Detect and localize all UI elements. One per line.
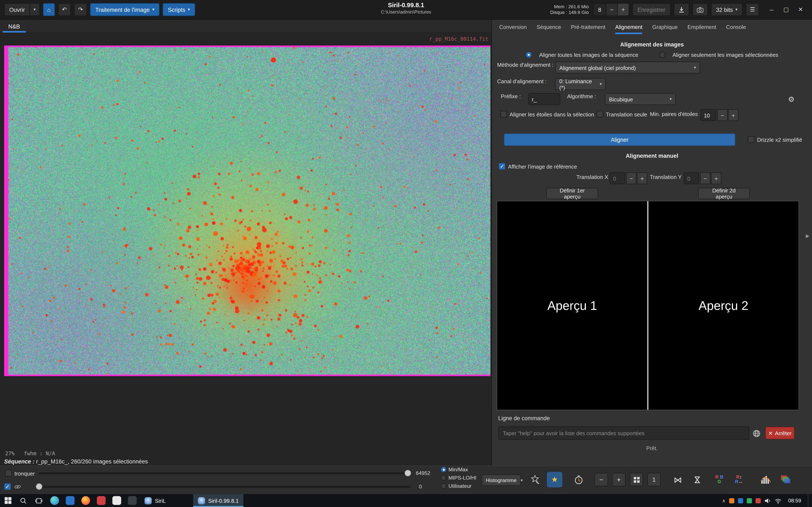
taskbar-app-edge[interactable] bbox=[47, 494, 62, 507]
save-button[interactable]: Enregistrer bbox=[632, 3, 670, 16]
translation-x-increment-button[interactable]: + bbox=[637, 172, 647, 184]
stop-button[interactable]: ✕ Arrêter bbox=[765, 427, 795, 439]
set-preview1-button[interactable]: Définir 1er aperçu bbox=[546, 188, 598, 199]
tray-red-icon[interactable] bbox=[756, 498, 761, 503]
hamburger-menu-button[interactable]: ☰ bbox=[746, 3, 759, 16]
tray-orange-icon[interactable] bbox=[729, 498, 734, 503]
thread-decrement-button[interactable]: − bbox=[606, 3, 618, 16]
radio-mips[interactable] bbox=[441, 475, 446, 481]
zoom-in-button[interactable]: + bbox=[612, 473, 626, 486]
display-mode-dropdown[interactable]: Histogramme ▾ bbox=[482, 474, 521, 486]
tab-conversion[interactable]: Conversion bbox=[499, 20, 527, 34]
taskbar-app-editor[interactable] bbox=[109, 494, 124, 507]
scripts-menu-button[interactable]: Scripts ▾ bbox=[163, 3, 195, 16]
tab-nb[interactable]: N&B bbox=[0, 20, 28, 33]
image-viewport[interactable] bbox=[4, 46, 491, 376]
rgb-align-button[interactable]: R↕R↔ bbox=[731, 472, 747, 487]
translation-x-decrement-button[interactable]: − bbox=[626, 172, 637, 184]
timer-button[interactable] bbox=[571, 472, 586, 487]
star-detection-button[interactable]: ★ bbox=[547, 472, 562, 487]
panel-expander[interactable]: ▶ bbox=[806, 233, 809, 238]
bit-depth-dropdown[interactable]: 32 bits ▾ bbox=[711, 3, 743, 16]
taskbar-app-red[interactable] bbox=[93, 494, 109, 507]
taskbar-app-siril[interactable]: SiriL bbox=[140, 494, 170, 507]
tray-blue-icon[interactable] bbox=[738, 498, 743, 503]
zoom-out-button[interactable]: − bbox=[595, 473, 608, 486]
tab-pretraitement[interactable]: Pré-traitement bbox=[571, 20, 605, 34]
thread-count-value[interactable]: 8 bbox=[593, 3, 606, 16]
zoom-100-button[interactable]: 1 bbox=[647, 473, 661, 486]
link-sliders-icon[interactable] bbox=[14, 484, 21, 490]
radio-minmax[interactable] bbox=[441, 467, 446, 472]
radio-user[interactable] bbox=[441, 483, 446, 489]
tray-chevron-up-icon[interactable]: ∧ bbox=[722, 498, 725, 503]
rgb-split-button[interactable]: R BG bbox=[712, 472, 727, 487]
registration-settings-button[interactable]: ⚙ bbox=[785, 93, 798, 105]
image-processing-menu-button[interactable]: Traitement de l'image ▾ bbox=[90, 3, 159, 16]
tab-sequence[interactable]: Séquence bbox=[537, 20, 561, 34]
high-level-slider[interactable] bbox=[39, 472, 411, 474]
stars-selection-checkbox[interactable] bbox=[500, 111, 507, 117]
translation-only-checkbox[interactable] bbox=[597, 111, 603, 117]
taskbar-app-dark[interactable] bbox=[124, 494, 140, 507]
start-button[interactable] bbox=[0, 494, 15, 507]
maximize-button[interactable]: ▢ bbox=[779, 2, 794, 17]
min-pairs-decrement-button[interactable]: − bbox=[717, 109, 728, 121]
taskbar-window-siril[interactable]: Siril-0.99.8.1 bbox=[193, 494, 243, 507]
translation-y-decrement-button[interactable]: − bbox=[700, 172, 711, 184]
drizzle-checkbox[interactable] bbox=[748, 136, 755, 143]
autostretch-checkbox[interactable]: ✓ bbox=[4, 483, 11, 490]
mirror-y-button[interactable]: ⋈ bbox=[690, 472, 705, 487]
mirror-x-button[interactable]: ⋈ bbox=[670, 472, 686, 487]
tab-console[interactable]: Console bbox=[726, 20, 746, 34]
min-pairs-increment-button[interactable]: + bbox=[728, 109, 739, 121]
close-button[interactable]: ✕ bbox=[794, 2, 808, 17]
command-input[interactable] bbox=[498, 426, 749, 440]
preview-1[interactable]: Aperçu 1 bbox=[497, 201, 647, 410]
show-desktop-button[interactable] bbox=[808, 494, 810, 507]
snapshot-button[interactable] bbox=[692, 3, 708, 16]
volume-icon[interactable] bbox=[764, 498, 771, 504]
redo-button[interactable]: ↷ bbox=[74, 3, 87, 16]
min-pairs-value[interactable]: 10 bbox=[700, 109, 716, 121]
translation-y-value[interactable]: 0 bbox=[683, 172, 699, 184]
algorithm-dropdown[interactable]: Bicubique ▾ bbox=[605, 93, 676, 105]
taskbar-app-firefox[interactable] bbox=[78, 494, 93, 507]
taskbar-search-button[interactable] bbox=[15, 494, 31, 507]
histogram-button[interactable] bbox=[758, 472, 773, 487]
tab-empilement[interactable]: Empilement bbox=[688, 20, 716, 34]
translation-y-increment-button[interactable]: + bbox=[711, 172, 721, 184]
task-view-button[interactable] bbox=[31, 494, 47, 507]
taskbar-clock[interactable]: 08:59 bbox=[785, 498, 804, 503]
radio-align-selected[interactable] bbox=[659, 52, 665, 58]
show-reference-checkbox[interactable]: ✓ bbox=[499, 163, 505, 170]
undo-button[interactable]: ↶ bbox=[58, 3, 71, 16]
preview-2[interactable]: Aperçu 2 bbox=[647, 201, 799, 410]
open-dropdown-button[interactable]: ▾ bbox=[30, 3, 40, 16]
tab-alignement[interactable]: Alignement bbox=[615, 20, 643, 34]
network-command-button[interactable] bbox=[751, 428, 762, 439]
radio-align-all[interactable] bbox=[526, 52, 532, 58]
align-button[interactable]: Aligner bbox=[504, 133, 735, 146]
open-button[interactable]: Ouvrir bbox=[4, 3, 30, 16]
thread-increment-button[interactable]: + bbox=[618, 3, 629, 16]
network-icon[interactable] bbox=[775, 498, 781, 504]
prefix-input[interactable] bbox=[528, 93, 560, 105]
minimize-button[interactable]: ─ bbox=[764, 2, 779, 17]
channel-dropdown[interactable]: 0: Luminance (*) ▾ bbox=[555, 78, 606, 90]
home-button[interactable]: ⌂ bbox=[43, 3, 55, 16]
tab-graphique[interactable]: Graphique bbox=[652, 20, 677, 34]
truncate-checkbox[interactable] bbox=[5, 470, 12, 476]
save-as-button[interactable] bbox=[673, 3, 689, 16]
method-dropdown[interactable]: Alignement global (ciel profond) ▾ bbox=[555, 61, 700, 73]
quick-photometry-button[interactable] bbox=[527, 472, 543, 487]
low-level-slider[interactable] bbox=[39, 486, 411, 488]
fit-to-window-button[interactable] bbox=[630, 473, 643, 486]
low-level-slider-handle[interactable] bbox=[36, 483, 43, 490]
high-level-slider-handle[interactable] bbox=[405, 470, 411, 476]
tray-green-icon[interactable] bbox=[747, 498, 752, 503]
channels-button[interactable] bbox=[778, 472, 793, 487]
taskbar-app-mail[interactable] bbox=[62, 494, 78, 507]
set-preview2-button[interactable]: Définir 2d aperçu bbox=[698, 188, 750, 199]
translation-x-value[interactable]: 0 bbox=[609, 172, 625, 184]
